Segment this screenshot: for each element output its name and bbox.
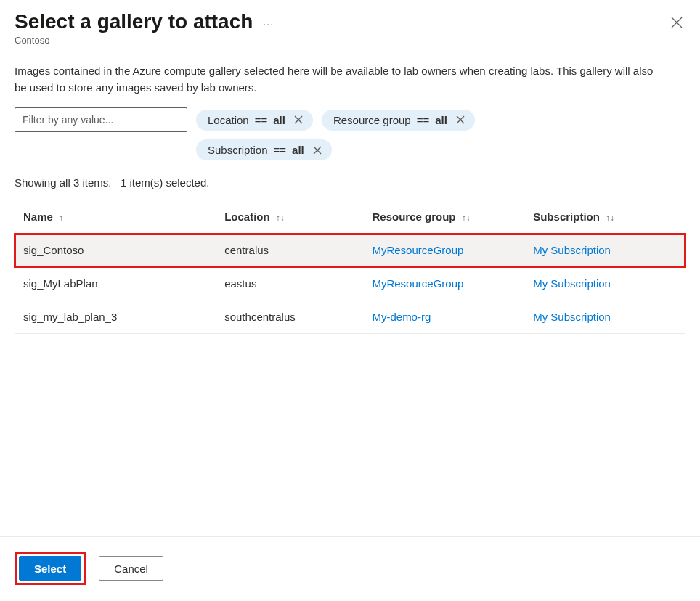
filters-row: Location == all Resource group == all: [0, 96, 700, 132]
cell-name: sig_my_lab_plan_3: [15, 300, 216, 334]
remove-filter-icon[interactable]: [294, 115, 303, 124]
filter-pill-label: Subscription: [208, 144, 268, 156]
filter-pill-op: ==: [417, 114, 430, 126]
column-header-name[interactable]: Name ↑: [15, 200, 216, 234]
resource-group-link: MyResourceGroup: [372, 244, 463, 256]
table-header-row: Name ↑ Location ↑↓ Resource group ↑↓ Sub…: [15, 200, 685, 234]
subscription-link: My Subscription: [533, 244, 611, 256]
filter-pill-label: Location: [208, 114, 249, 126]
panel-header: Select a gallery to attach ··· Contoso: [0, 0, 700, 50]
close-button[interactable]: [668, 15, 685, 32]
column-header-location[interactable]: Location ↑↓: [216, 200, 363, 234]
filters-row-2: Subscription == all: [0, 132, 700, 160]
select-button-highlight: Select: [15, 552, 86, 585]
sort-icon: ↑↓: [462, 213, 471, 223]
resource-group-link: MyResourceGroup: [372, 277, 463, 290]
status-text: Showing all 3 items. 1 item(s) selected.: [0, 160, 700, 195]
cell-name: sig_Contoso: [15, 234, 216, 267]
cell-location: centralus: [216, 234, 363, 267]
cell-subscription[interactable]: My Subscription: [524, 234, 685, 267]
close-icon: [671, 17, 683, 30]
select-button[interactable]: Select: [19, 556, 81, 581]
breadcrumb: Contoso: [15, 35, 685, 46]
filter-pill-label: Resource group: [333, 114, 411, 126]
gallery-table: Name ↑ Location ↑↓ Resource group ↑↓ Sub…: [15, 200, 685, 334]
resource-group-link: My-demo-rg: [372, 311, 431, 323]
cell-resource-group[interactable]: My-demo-rg: [363, 300, 524, 334]
table-row[interactable]: sig_MyLabPlaneastusMyResourceGroupMy Sub…: [15, 267, 685, 300]
column-header-resource-group[interactable]: Resource group ↑↓: [363, 200, 524, 234]
status-selected: 1 item(s) selected.: [121, 176, 210, 189]
remove-filter-icon[interactable]: [456, 115, 465, 124]
filter-pill-value: all: [273, 114, 285, 126]
filter-pill-value: all: [292, 144, 304, 156]
filter-pill-value: all: [435, 114, 447, 126]
cell-location: southcentralus: [216, 300, 363, 334]
cell-name: sig_MyLabPlan: [15, 267, 216, 300]
more-actions-button[interactable]: ···: [263, 14, 274, 30]
filter-pill-op: ==: [274, 144, 287, 156]
sort-icon: ↑↓: [606, 213, 614, 223]
cancel-button[interactable]: Cancel: [99, 556, 163, 581]
cell-resource-group[interactable]: MyResourceGroup: [363, 234, 524, 267]
cell-subscription[interactable]: My Subscription: [524, 267, 685, 300]
table-row[interactable]: sig_my_lab_plan_3southcentralusMy-demo-r…: [15, 300, 685, 334]
filter-pill-op: ==: [255, 114, 268, 126]
remove-filter-icon[interactable]: [313, 146, 322, 155]
column-header-subscription[interactable]: Subscription ↑↓: [524, 200, 685, 234]
filter-pill-subscription[interactable]: Subscription == all: [196, 139, 332, 160]
sort-icon: ↑↓: [276, 213, 285, 223]
filter-input[interactable]: [15, 107, 187, 132]
status-showing: Showing all 3 items.: [15, 176, 111, 189]
cell-resource-group[interactable]: MyResourceGroup: [363, 267, 524, 300]
table-row[interactable]: sig_ContosocentralusMyResourceGroupMy Su…: [15, 234, 685, 267]
filter-pill-resource-group[interactable]: Resource group == all: [322, 110, 475, 131]
filter-pill-location[interactable]: Location == all: [196, 110, 313, 131]
sort-asc-icon: ↑: [59, 213, 63, 223]
cell-subscription[interactable]: My Subscription: [524, 300, 685, 334]
page-title: Select a gallery to attach: [15, 10, 253, 33]
subscription-link: My Subscription: [533, 311, 611, 323]
cell-location: eastus: [216, 267, 363, 300]
subscription-link: My Subscription: [533, 277, 611, 290]
footer: Select Cancel: [0, 536, 700, 601]
description-text: Images contained in the Azure compute ga…: [0, 50, 683, 96]
